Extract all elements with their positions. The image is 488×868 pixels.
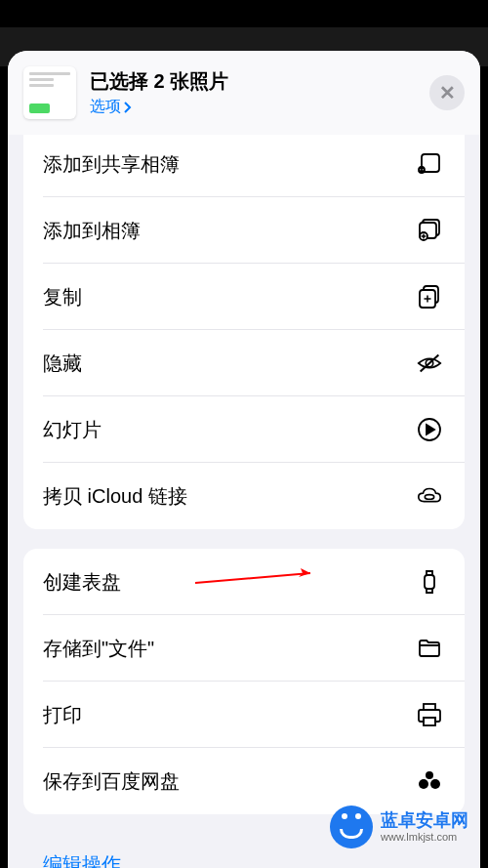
svg-point-11 — [425, 495, 433, 500]
action-group-2: 创建表盘 存储到"文件" 打印 保存到百度网盘 — [23, 549, 465, 814]
svg-rect-14 — [424, 704, 435, 710]
add-album-icon — [414, 215, 445, 246]
copy-icloud-link-row[interactable]: 拷贝 iCloud 链接 — [23, 463, 465, 529]
folder-icon — [414, 633, 445, 664]
selection-thumbnail — [23, 66, 76, 119]
watermark-logo-icon — [330, 806, 373, 848]
watermark-name: 蓝卓安卓网 — [381, 811, 468, 831]
actions-list: 添加到共享相簿 添加到相簿 复制 隐藏 — [8, 135, 480, 868]
row-label: 拷贝 iCloud 链接 — [43, 483, 187, 510]
svg-line-19 — [195, 573, 310, 583]
share-sheet: 已选择 2 张照片 选项 ✕ 添加到共享相簿 添加到相簿 — [8, 51, 480, 868]
annotation-arrow — [195, 568, 322, 588]
watch-icon — [414, 566, 445, 598]
add-shared-album-row[interactable]: 添加到共享相簿 — [23, 135, 465, 197]
options-link[interactable]: 选项 — [90, 97, 416, 117]
row-label: 存储到"文件" — [43, 636, 154, 662]
print-row[interactable]: 打印 — [23, 682, 465, 748]
row-label: 幻灯片 — [43, 417, 102, 443]
slideshow-row[interactable]: 幻灯片 — [23, 396, 465, 463]
print-icon — [414, 699, 445, 730]
svg-point-17 — [419, 779, 428, 789]
eye-slash-icon — [414, 348, 445, 379]
row-label: 添加到共享相簿 — [43, 151, 180, 178]
svg-point-2 — [421, 167, 423, 169]
add-album-row[interactable]: 添加到相簿 — [23, 197, 465, 264]
svg-line-9 — [421, 355, 439, 372]
row-label: 复制 — [43, 284, 82, 310]
play-circle-icon — [414, 414, 445, 445]
svg-point-16 — [426, 771, 433, 779]
sheet-header: 已选择 2 张照片 选项 ✕ — [8, 51, 480, 135]
selection-title: 已选择 2 张照片 — [90, 68, 416, 95]
row-label: 隐藏 — [43, 351, 82, 377]
row-label: 创建表盘 — [43, 569, 121, 596]
row-label: 保存到百度网盘 — [43, 768, 180, 795]
close-button[interactable]: ✕ — [429, 75, 465, 110]
watermark-url: www.lmkjst.com — [381, 831, 468, 843]
copy-icon — [414, 281, 445, 312]
status-bar — [0, 0, 488, 27]
row-label: 打印 — [43, 702, 82, 728]
svg-rect-15 — [424, 718, 435, 725]
copy-row[interactable]: 复制 — [23, 264, 465, 330]
action-group-1: 添加到共享相簿 添加到相簿 复制 隐藏 — [23, 135, 465, 529]
save-to-files-row[interactable]: 存储到"文件" — [23, 615, 465, 682]
chevron-right-icon — [123, 102, 133, 113]
svg-rect-12 — [425, 575, 434, 589]
row-label: 添加到相簿 — [43, 218, 141, 244]
close-icon: ✕ — [439, 81, 456, 104]
save-baidu-row[interactable]: 保存到百度网盘 — [23, 748, 465, 814]
person-album-icon — [414, 148, 445, 180]
cloud-link-icon — [414, 480, 445, 512]
watermark: 蓝卓安卓网 www.lmkjst.com — [330, 806, 468, 848]
hide-row[interactable]: 隐藏 — [23, 330, 465, 396]
svg-point-18 — [430, 779, 440, 789]
baidu-icon — [414, 765, 445, 797]
